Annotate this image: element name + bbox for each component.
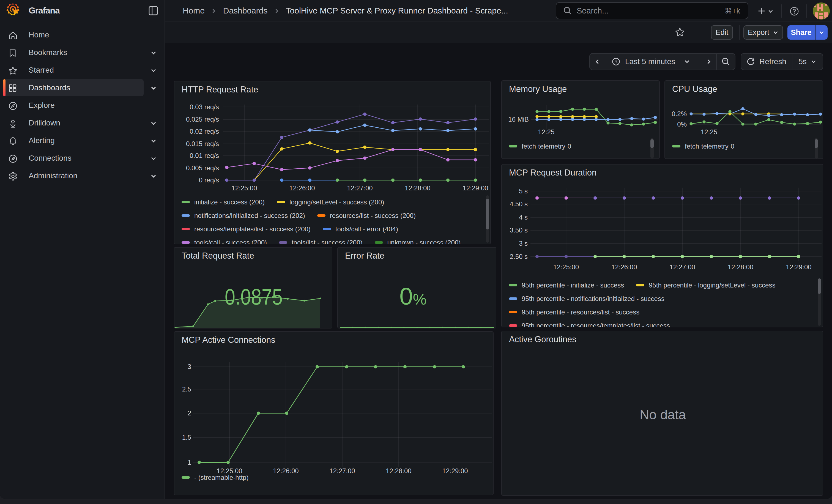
svg-text:12:26:00: 12:26:00 [273, 467, 298, 475]
svg-text:0%: 0% [677, 121, 687, 128]
svg-text:16 MiB: 16 MiB [508, 115, 529, 123]
svg-text:12:28:00: 12:28:00 [405, 184, 430, 192]
svg-text:12:25: 12:25 [538, 128, 554, 136]
svg-text:3: 3 [188, 363, 191, 370]
svg-text:12:26:00: 12:26:00 [289, 184, 315, 192]
svg-text:12:25: 12:25 [701, 128, 717, 136]
svg-text:2.5: 2.5 [182, 386, 191, 393]
svg-text:4.50 s: 4.50 s [510, 200, 528, 208]
svg-text:0.01 req/s: 0.01 req/s [189, 152, 219, 159]
svg-text:12:25:00: 12:25:00 [231, 184, 257, 192]
svg-text:12:27:00: 12:27:00 [669, 263, 695, 271]
svg-text:0.005 req/s: 0.005 req/s [186, 164, 219, 172]
svg-text:4 s: 4 s [519, 213, 528, 221]
svg-text:2.50 s: 2.50 s [510, 253, 528, 260]
svg-text:5 s: 5 s [519, 187, 528, 195]
svg-text:12:29:00: 12:29:00 [463, 184, 488, 192]
svg-text:12:29:00: 12:29:00 [786, 263, 811, 271]
svg-text:12:25:00: 12:25:00 [216, 467, 242, 475]
svg-text:0.02 req/s: 0.02 req/s [189, 128, 219, 135]
svg-text:1: 1 [188, 459, 191, 466]
svg-text:12:28:00: 12:28:00 [728, 263, 753, 271]
svg-text:12:26:00: 12:26:00 [612, 263, 637, 271]
svg-text:0.015 req/s: 0.015 req/s [186, 140, 219, 148]
svg-text:12:28:00: 12:28:00 [386, 467, 411, 475]
svg-text:1.5: 1.5 [182, 433, 191, 441]
svg-text:0 req/s: 0 req/s [199, 176, 219, 184]
svg-text:2: 2 [188, 409, 191, 417]
svg-text:12:29:00: 12:29:00 [442, 467, 468, 475]
svg-text:0.03 req/s: 0.03 req/s [189, 103, 219, 111]
svg-text:12:27:00: 12:27:00 [347, 184, 372, 192]
svg-text:3.50 s: 3.50 s [510, 227, 528, 234]
svg-text:0.025 req/s: 0.025 req/s [186, 115, 219, 123]
svg-text:12:25:00: 12:25:00 [553, 263, 579, 271]
svg-text:3 s: 3 s [519, 240, 528, 247]
svg-text:0.2%: 0.2% [672, 110, 687, 117]
svg-text:12:27:00: 12:27:00 [329, 467, 355, 475]
